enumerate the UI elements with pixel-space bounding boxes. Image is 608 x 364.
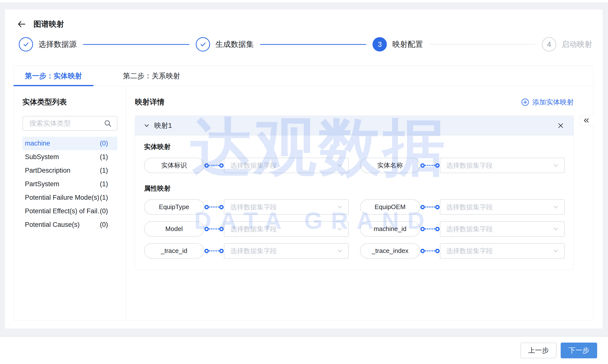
field-group-entity-id: 实体标识 选择数据集字段 — [144, 158, 349, 173]
connector-ring — [435, 227, 440, 231]
entity-item-machine[interactable]: machine (0) — [22, 137, 117, 150]
entity-name: SubSystem — [25, 153, 59, 161]
entity-name: PartDescription — [25, 167, 71, 174]
tab-entity-mapping[interactable]: 第一步：实体映射 — [14, 66, 93, 86]
step-3-number-circle: 3 — [373, 37, 387, 51]
select-placeholder: 选择数据集字段 — [230, 247, 277, 255]
step-mapping-config: 3 映射配置 — [373, 37, 423, 51]
step-2-check-circle — [196, 37, 210, 51]
step-start-mapping: 4 启动映射 — [542, 37, 592, 51]
step-1-label: 选择数据源 — [38, 39, 77, 50]
select-placeholder: 选择数据集字段 — [446, 247, 493, 255]
entity-count: (1) — [100, 180, 108, 188]
collapse-panel-button[interactable] — [579, 115, 593, 126]
entity-item-partsystem[interactable]: PartSystem (1) — [22, 177, 117, 191]
entity-item-potential-causes[interactable]: Potential Cause(s) (0) — [22, 218, 117, 232]
footer-bar: 上一步 下一步 — [0, 336, 608, 364]
connector-ring — [420, 163, 425, 168]
connector-ring — [204, 163, 209, 168]
connector-dots — [209, 250, 219, 251]
step-generate-dataset: 生成数据集 — [196, 37, 254, 51]
tabs-container: 第一步：实体映射 第二步：关系映射 实体类型列表 machine (0) — [13, 66, 593, 320]
dataset-field-select[interactable]: 选择数据集字段 — [224, 243, 349, 259]
field-group-trace-index: _trace_index 选择数据集字段 — [360, 243, 565, 259]
field-group-model: Model 选择数据集字段 — [144, 221, 349, 237]
connector — [204, 249, 224, 253]
top-strip — [0, 0, 608, 3]
entity-mapping-section-label: 实体映射 — [144, 142, 565, 151]
dataset-field-select[interactable]: 选择数据集字段 — [440, 158, 565, 173]
connector — [204, 205, 224, 209]
previous-step-button[interactable]: 上一步 — [520, 343, 556, 358]
tab-relation-mapping[interactable]: 第二步：关系映射 — [112, 66, 192, 86]
select-placeholder: 选择数据集字段 — [446, 203, 493, 212]
connector-dots — [209, 206, 219, 208]
mapping-detail-header: 映射详情 添加实体映射 — [135, 97, 574, 107]
connector-ring — [420, 205, 425, 209]
chevron-down-icon — [552, 226, 559, 232]
connector — [204, 227, 224, 231]
entity-item-potential-effects[interactable]: Potential Effect(s) of Fail... (0) — [22, 204, 117, 218]
mapping-card-body: 实体映射 实体标识 选择数据集字段 实体名 — [135, 135, 573, 269]
connector-ring — [219, 227, 224, 231]
add-entity-mapping-button[interactable]: 添加实体映射 — [521, 98, 574, 107]
check-icon — [199, 40, 207, 49]
dataset-field-select[interactable]: 选择数据集字段 — [224, 199, 349, 215]
tab-content: 实体类型列表 machine (0) SubSystem (1) — [14, 86, 593, 320]
tabs-row: 第一步：实体映射 第二步：关系映射 — [14, 66, 593, 86]
attr-mapping-row: EquipType 选择数据集字段 EquipOEM — [144, 199, 565, 215]
back-button[interactable] — [16, 19, 27, 30]
entity-count: (0) — [100, 207, 108, 215]
connector-dots — [425, 206, 435, 208]
chevron-down-icon — [552, 248, 559, 254]
attr-mapping-row: _trace_id 选择数据集字段 _trace_index — [144, 243, 565, 259]
step-select-datasource: 选择数据源 — [19, 37, 77, 51]
field-group-machine-id: machine_id 选择数据集字段 — [360, 221, 565, 237]
connector — [420, 205, 440, 209]
dataset-field-select[interactable]: 选择数据集字段 — [224, 221, 349, 237]
dataset-field-select[interactable]: 选择数据集字段 — [440, 221, 565, 237]
search-icon[interactable] — [104, 119, 112, 128]
step-2-label: 生成数据集 — [215, 39, 254, 50]
connector-dots — [425, 228, 435, 230]
chevron-down-icon — [552, 162, 559, 169]
connector-ring — [219, 163, 224, 168]
chevron-down-icon — [336, 204, 343, 211]
field-pill: _trace_id — [144, 243, 204, 259]
next-step-button[interactable]: 下一步 — [561, 343, 597, 358]
connector-ring — [420, 227, 425, 231]
connector-ring — [435, 249, 440, 253]
entity-item-subsystem[interactable]: SubSystem (1) — [22, 150, 117, 164]
dataset-field-select[interactable]: 选择数据集字段 — [440, 199, 565, 215]
step-connector-line — [83, 44, 189, 45]
entity-name: PartSystem — [25, 180, 59, 188]
entity-item-potential-failure-modes[interactable]: Potential Failure Mode(s) (1) — [22, 191, 117, 204]
field-group-equiptype: EquipType 选择数据集字段 — [144, 199, 349, 215]
entity-item-partdescription[interactable]: PartDescription (1) — [22, 164, 117, 177]
connector — [420, 249, 440, 253]
chevron-down-icon — [552, 204, 559, 211]
dataset-field-select[interactable]: 选择数据集字段 — [440, 243, 565, 259]
arrow-left-icon — [17, 19, 27, 29]
field-group-entity-name: 实体名称 选择数据集字段 — [360, 158, 565, 173]
page-title: 图谱映射 — [34, 19, 64, 29]
entity-name: machine — [25, 140, 50, 147]
chevron-down-icon — [336, 248, 343, 254]
chevron-down-icon — [336, 226, 343, 232]
chevron-down-icon[interactable] — [143, 122, 150, 129]
field-group-equipoem: EquipOEM 选择数据集字段 — [360, 199, 565, 215]
entity-list: machine (0) SubSystem (1) PartDescriptio… — [22, 137, 117, 232]
connector-dots — [425, 250, 435, 251]
mapping-card: 映射1 实体映射 实体标识 — [135, 116, 574, 270]
field-pill: EquipOEM — [360, 199, 420, 215]
connector-ring — [204, 249, 209, 253]
entity-search-input[interactable] — [29, 119, 104, 127]
add-entity-mapping-label: 添加实体映射 — [532, 98, 574, 107]
select-placeholder: 选择数据集字段 — [446, 161, 493, 170]
chevron-double-left-icon — [582, 116, 590, 124]
entity-list-title: 实体类型列表 — [22, 97, 117, 107]
field-pill: 实体名称 — [360, 158, 420, 173]
entity-search-box — [22, 116, 117, 131]
dataset-field-select[interactable]: 选择数据集字段 — [224, 158, 349, 173]
close-icon[interactable] — [556, 121, 566, 131]
